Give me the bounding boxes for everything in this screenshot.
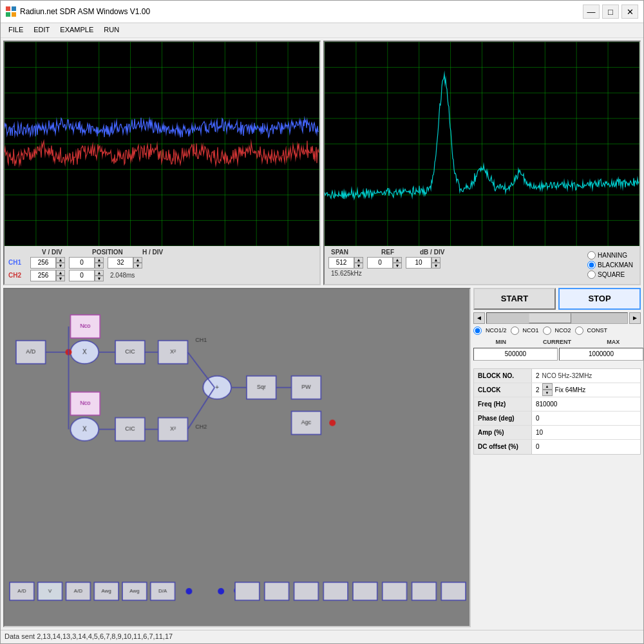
hanning-radio[interactable] xyxy=(587,251,596,260)
square-radio[interactable] xyxy=(587,270,596,279)
ref-input[interactable] xyxy=(367,257,393,269)
amp-label: Amp (%) xyxy=(474,426,532,439)
ch2-label: CH2 xyxy=(8,272,26,279)
ch1-hdiv-up[interactable]: ▲ xyxy=(133,257,142,263)
title-controls: — □ ✕ xyxy=(583,5,638,19)
spectrum-controls-inner: SPAN REF dB / DIV ▲ ▼ xyxy=(328,249,636,281)
menu-file[interactable]: FILE xyxy=(3,24,28,36)
hdiv-header: H / DIV xyxy=(142,249,180,256)
start-button[interactable]: START xyxy=(473,288,556,310)
span-input[interactable] xyxy=(328,257,354,269)
amp-row: Amp (%) xyxy=(474,426,640,440)
clock-spinner: ▲ ▼ xyxy=(542,383,553,396)
range-inputs-row xyxy=(473,348,641,361)
title-bar-left: Radiun.net SDR ASM Windows V1.00 xyxy=(6,6,150,17)
phase-value[interactable] xyxy=(532,412,640,425)
maximize-button[interactable]: □ xyxy=(602,5,619,19)
ch1-hdiv-input[interactable] xyxy=(108,257,133,269)
dbdiv-input[interactable] xyxy=(406,257,431,269)
ch1-pos-input[interactable] xyxy=(69,257,95,269)
dc-row: DC offset (%) xyxy=(474,440,640,454)
ref-header: REF xyxy=(381,249,407,256)
min-input[interactable] xyxy=(473,348,558,361)
max-label: MAX xyxy=(586,339,641,345)
ch2-vdiv-up[interactable]: ▲ xyxy=(56,270,65,276)
ch1-row: CH1 ▲ ▼ ▲ ▼ xyxy=(8,257,316,269)
scrollbar-row: ◄ ► xyxy=(473,312,641,324)
oscilloscope-panel: V / DIV POSITION H / DIV CH1 ▲ ▼ xyxy=(3,41,321,285)
clock-row: CLOCK 2 ▲ ▼ Fix 64MHz xyxy=(474,383,640,397)
ch2-pos-up[interactable]: ▲ xyxy=(95,270,104,276)
ref-group: ▲ ▼ xyxy=(367,257,402,269)
ch1-pos-up[interactable]: ▲ xyxy=(95,257,104,263)
current-input[interactable] xyxy=(559,348,643,361)
svg-rect-2 xyxy=(6,12,10,17)
ch1-hdiv-spinner: ▲ ▼ xyxy=(133,257,142,269)
ch1-hdiv-down[interactable]: ▼ xyxy=(133,263,142,269)
ch2-vdiv-down[interactable]: ▼ xyxy=(56,276,65,281)
spectrum-canvas xyxy=(325,42,639,246)
dbdiv-down[interactable]: ▼ xyxy=(431,263,440,269)
ch1-vdiv-group: ▲ ▼ xyxy=(30,257,65,269)
ch1-vdiv-spinner: ▲ ▼ xyxy=(56,257,65,269)
range-labels-row: MIN CURRENT MAX xyxy=(473,339,641,345)
scroll-left-button[interactable]: ◄ xyxy=(473,312,485,324)
dc-value[interactable] xyxy=(532,440,640,454)
square-row: SQUARE xyxy=(587,270,633,279)
span-up[interactable]: ▲ xyxy=(354,257,363,263)
right-panel: START STOP ◄ ► NCO1/2 NCO1 xyxy=(473,288,641,627)
ref-down[interactable]: ▼ xyxy=(393,263,402,269)
dbdiv-up[interactable]: ▲ xyxy=(431,257,440,263)
ch2-pos-spinner: ▲ ▼ xyxy=(95,270,104,281)
freq-input[interactable] xyxy=(536,401,636,408)
blackman-radio[interactable] xyxy=(587,261,596,269)
ch1-pos-down[interactable]: ▼ xyxy=(95,263,104,269)
bottom-section: START STOP ◄ ► NCO1/2 NCO1 xyxy=(3,288,641,627)
nco2-radio[interactable] xyxy=(543,327,551,335)
dc-label: DC offset (%) xyxy=(474,440,532,454)
ch2-pos-down[interactable]: ▼ xyxy=(95,276,104,281)
ref-up[interactable]: ▲ xyxy=(393,257,402,263)
const-radio[interactable] xyxy=(575,327,583,335)
spec-values-row: ▲ ▼ ▲ ▼ xyxy=(328,257,580,269)
clock-value-cell: 2 ▲ ▼ Fix 64MHz xyxy=(532,383,640,397)
ch1-vdiv-down[interactable]: ▼ xyxy=(56,263,65,269)
app-icon xyxy=(6,6,16,17)
menu-run[interactable]: RUN xyxy=(99,24,124,36)
block-diagram-canvas xyxy=(5,289,469,626)
osc-header: V / DIV POSITION H / DIV xyxy=(8,249,316,256)
phase-input[interactable] xyxy=(536,415,636,422)
position-header: POSITION xyxy=(92,249,129,256)
minimize-button[interactable]: — xyxy=(583,5,600,19)
ch2-vdiv-input[interactable] xyxy=(30,270,56,281)
scroll-track[interactable] xyxy=(486,312,628,324)
dbdiv-spinner: ▲ ▼ xyxy=(431,257,440,269)
scroll-right-button[interactable]: ► xyxy=(629,312,641,324)
square-label: SQUARE xyxy=(598,271,625,278)
nco1-radio[interactable] xyxy=(511,327,519,335)
ch1-vdiv-up[interactable]: ▲ xyxy=(56,257,65,263)
vdiv-header: V / DIV xyxy=(42,249,79,256)
stop-button[interactable]: STOP xyxy=(558,288,641,310)
clock-up[interactable]: ▲ xyxy=(542,383,553,390)
dc-input[interactable] xyxy=(536,443,636,450)
nco-radio-row: NCO1/2 NCO1 NCO2 CONST xyxy=(473,327,641,335)
osc-controls: V / DIV POSITION H / DIV CH1 ▲ ▼ xyxy=(5,246,319,284)
nco12-radio[interactable] xyxy=(473,327,482,335)
ch2-pos-input[interactable] xyxy=(69,270,95,281)
amp-value[interactable] xyxy=(532,426,640,439)
span-down[interactable]: ▼ xyxy=(354,263,363,269)
freq-value[interactable] xyxy=(532,397,640,411)
ch-spacer xyxy=(11,249,29,256)
menu-example[interactable]: EXAMPLE xyxy=(55,24,99,36)
scroll-thumb[interactable] xyxy=(529,313,571,323)
block-no-value: 2 NCO 5Hz-32MHz xyxy=(532,369,640,383)
amp-input[interactable] xyxy=(536,429,636,436)
close-button[interactable]: ✕ xyxy=(621,5,638,19)
freq-label-row: 15.625kHz xyxy=(328,270,580,277)
block-no-label: BLOCK NO. xyxy=(474,369,532,383)
clock-down[interactable]: ▼ xyxy=(542,390,553,396)
menu-edit[interactable]: EDIT xyxy=(28,24,55,36)
ch1-vdiv-input[interactable] xyxy=(30,257,56,269)
ch1-hdiv-group: ▲ ▼ xyxy=(108,257,142,269)
